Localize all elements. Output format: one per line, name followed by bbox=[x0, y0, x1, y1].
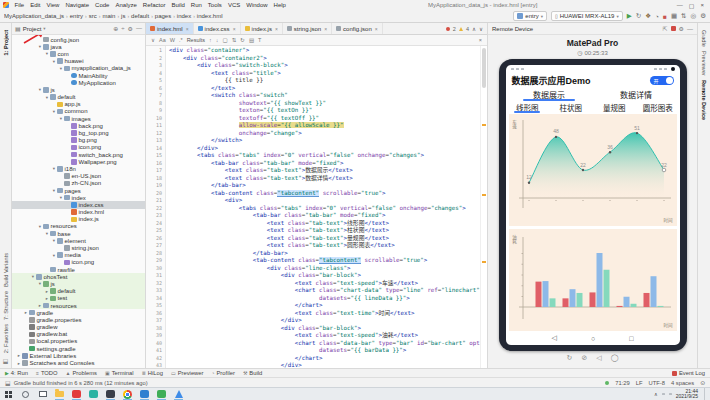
menu-run[interactable]: Run bbox=[188, 2, 204, 8]
app-toggle-switch[interactable]: 开 bbox=[650, 76, 674, 85]
close-button[interactable]: × bbox=[700, 2, 704, 9]
maximize-button[interactable]: ▢ bbox=[689, 2, 695, 9]
tree-item-wallpaper-png[interactable]: Wallpaper.png bbox=[12, 158, 145, 165]
sync-button-icon[interactable]: ⇅ bbox=[681, 12, 686, 20]
tree-item-java[interactable]: ▾java bbox=[12, 43, 145, 50]
tree-item-settings-gradle[interactable]: settings.gradle bbox=[12, 345, 145, 352]
stripe-item-remote-device[interactable]: Remote Device bbox=[701, 80, 707, 120]
line-separator[interactable]: LF bbox=[636, 380, 643, 386]
chrome-icon[interactable] bbox=[122, 388, 133, 400]
prev-issue-icon[interactable]: ∧ bbox=[472, 26, 476, 32]
toolwindow-terminal[interactable]: ▣Terminal bbox=[105, 370, 134, 376]
next-issue-icon[interactable]: ∨ bbox=[479, 26, 483, 32]
project-panel-title[interactable]: Project bbox=[23, 26, 42, 32]
device-selector[interactable]: ▯ HUAWEI MRX-AL19 ▾ bbox=[551, 11, 623, 21]
breadcrumb-item[interactable]: js bbox=[121, 13, 125, 19]
window-switcher-icon[interactable]: ⬓ bbox=[5, 379, 11, 386]
tree-item-rawfile[interactable]: rawfile bbox=[12, 266, 145, 273]
tree-item-local-properties[interactable]: local.properties bbox=[12, 338, 145, 345]
project-panel-action-icon[interactable]: ⊕ bbox=[113, 25, 118, 32]
menu-view[interactable]: View bbox=[44, 2, 62, 8]
toolwindow-profiler[interactable]: ◔Profiler bbox=[211, 370, 234, 376]
toolwindow-build[interactable]: ⚒Build bbox=[243, 370, 262, 376]
tree-item-bg-png[interactable]: bg.png bbox=[12, 137, 145, 144]
tree-item-string-json[interactable]: string.json bbox=[12, 244, 145, 251]
tree-item-myapplication[interactable]: MyApplication bbox=[12, 79, 145, 86]
settings-button-icon[interactable]: ⚙ bbox=[700, 12, 706, 20]
find-action-icon[interactable]: ↻ bbox=[240, 37, 245, 43]
breadcrumb[interactable]: MyApplication_data_js›entry›src›main›js›… bbox=[4, 13, 223, 19]
device-control-icon[interactable]: ↻ bbox=[567, 354, 573, 362]
find-option-icon[interactable]: ∨ bbox=[151, 37, 155, 43]
menu-help[interactable]: Help bbox=[271, 2, 288, 8]
tree-item-i18n[interactable]: ▾i18n bbox=[12, 165, 145, 172]
tree-item-index[interactable]: ▾index bbox=[12, 194, 145, 201]
device-control-icon[interactable]: ⊘ bbox=[581, 354, 587, 362]
tree-item-switch_back-png[interactable]: switch_back.png bbox=[12, 151, 145, 158]
task-view-button[interactable] bbox=[37, 388, 48, 400]
app-blue-icon[interactable] bbox=[173, 388, 184, 400]
tree-item-com[interactable]: ▾com bbox=[12, 50, 145, 57]
find-action-icon[interactable]: ↓ bbox=[216, 37, 219, 43]
tree-item-app-js[interactable]: app.js bbox=[12, 101, 145, 108]
tree-item-resources[interactable]: ▸resources bbox=[12, 302, 145, 309]
stop-button-icon[interactable]: ■ bbox=[663, 13, 667, 20]
find-option-icon[interactable]: Aa bbox=[159, 37, 166, 43]
tree-item-js[interactable]: ▾js bbox=[12, 86, 145, 93]
device-panel-action-icon[interactable]: — bbox=[687, 26, 693, 32]
show-desktop-button[interactable] bbox=[704, 388, 707, 400]
tray-chevron-icon[interactable]: ∧ bbox=[654, 391, 658, 397]
apply-changes-button-icon[interactable]: ↻ bbox=[636, 12, 641, 20]
tree-item-resources[interactable]: ▾resources bbox=[12, 223, 145, 230]
module-selector[interactable]: entry ▾ bbox=[513, 11, 547, 21]
find-option-icon[interactable]: .* bbox=[179, 37, 183, 43]
toolwindow-4-run[interactable]: ▶4: Run bbox=[5, 370, 28, 376]
close-tab-icon[interactable]: × bbox=[375, 26, 378, 32]
file-explorer-icon[interactable] bbox=[54, 388, 65, 400]
find-option-icon[interactable]: W bbox=[170, 37, 175, 43]
stripe-item-1-project[interactable]: 1: Project bbox=[3, 30, 9, 56]
tree-item-index-js[interactable]: index.js bbox=[12, 216, 145, 223]
app-green-icon[interactable] bbox=[156, 388, 167, 400]
tray-volume-icon[interactable] bbox=[669, 393, 672, 396]
search-everywhere-button-icon[interactable]: ◎ bbox=[691, 12, 697, 20]
tree-item-pages[interactable]: ▾pages bbox=[12, 187, 145, 194]
tree-item-mainability[interactable]: MainAbility bbox=[12, 72, 145, 79]
toolwindow-problems[interactable]: ▲Problems bbox=[66, 370, 97, 376]
profiler-button-icon[interactable]: ◔ bbox=[655, 13, 659, 20]
tree-item-index-hml[interactable]: index.hml bbox=[12, 209, 145, 216]
lock-icon[interactable]: ⊙ bbox=[700, 380, 705, 386]
file-encoding[interactable]: UTF-8 bbox=[649, 380, 665, 386]
toolwindow-hilog[interactable]: ≣HiLog bbox=[142, 370, 163, 376]
tree-item-base[interactable]: ▾base bbox=[12, 230, 145, 237]
find-action-icon[interactable]: ▤ bbox=[249, 37, 254, 43]
device-nav-icon[interactable]: ◁ bbox=[552, 334, 557, 342]
device-control-icon[interactable]: ◯ bbox=[611, 354, 619, 362]
search-button[interactable] bbox=[20, 388, 31, 400]
menu-window[interactable]: Window bbox=[244, 2, 270, 8]
close-tab-icon[interactable]: × bbox=[275, 26, 278, 32]
breadcrumb-item[interactable]: main bbox=[102, 13, 115, 19]
tree-item-test[interactable]: ▸test bbox=[12, 295, 145, 302]
tree-item-element[interactable]: ▾element bbox=[12, 237, 145, 244]
menu-build[interactable]: Build bbox=[169, 2, 187, 8]
device-screen[interactable]: 数据展示应用Demo 开 数据展示数据详情 线形图柱状图量规图圆形图表 1248… bbox=[506, 65, 680, 345]
stripe-item-gradle[interactable]: Gradle bbox=[701, 30, 707, 47]
taskbar-clock[interactable]: 21:44 2021/9/25 bbox=[676, 389, 700, 400]
close-tab-icon[interactable]: × bbox=[324, 26, 327, 32]
inspection-widget[interactable]: 2 4 ∧ ∨ bbox=[446, 23, 487, 34]
device-manager-button-icon[interactable]: ▦ bbox=[671, 12, 677, 20]
close-find-bar-icon[interactable]: × bbox=[479, 37, 482, 43]
tree-item-back-png[interactable]: back.png bbox=[12, 122, 145, 129]
tree-item-icon-png[interactable]: icon.png bbox=[12, 259, 145, 266]
device-nav-icon[interactable]: □ bbox=[629, 335, 633, 342]
caret-position[interactable]: 71:29 bbox=[615, 380, 630, 386]
minimize-button[interactable]: — bbox=[677, 2, 683, 9]
tree-item-gradlew-bat[interactable]: gradlew.bat bbox=[12, 331, 145, 338]
tree-item-icon-png[interactable]: icon.png bbox=[12, 144, 145, 151]
menu-code[interactable]: Code bbox=[93, 2, 112, 8]
tree-item-default[interactable]: ▸default bbox=[12, 288, 145, 295]
app-tab-数据展示[interactable]: 数据展示 bbox=[506, 88, 593, 101]
tree-item-common[interactable]: ▾common bbox=[12, 108, 145, 115]
debug-button-icon[interactable]: ❖ bbox=[645, 12, 651, 20]
